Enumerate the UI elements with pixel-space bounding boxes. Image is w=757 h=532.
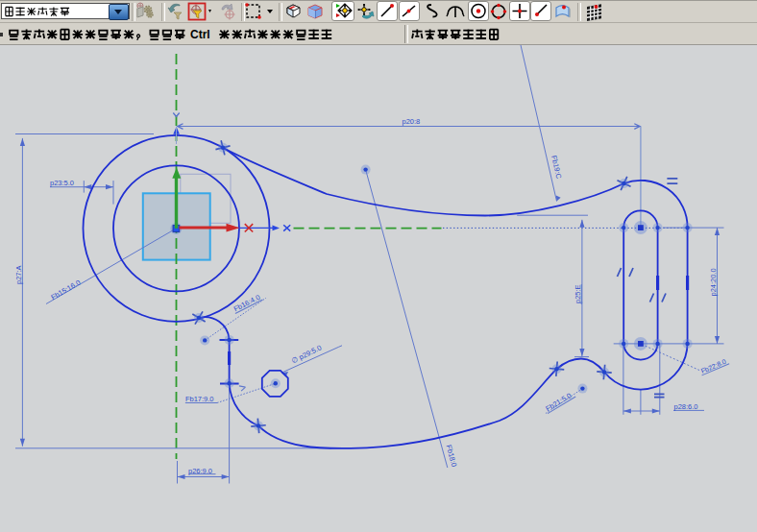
svg-text:p24:20.0: p24:20.0 — [709, 268, 718, 296]
svg-text:Fb17:9.0: Fb17:9.0 — [185, 395, 214, 403]
svg-text:p28:6.0: p28:6.0 — [674, 402, 698, 411]
svg-text:p26:9.0: p26:9.0 — [188, 467, 212, 475]
svg-text:Ctrl: Ctrl — [190, 28, 210, 41]
svg-text:p27:A: p27:A — [14, 265, 23, 284]
svg-text:p25:E: p25:E — [574, 284, 582, 303]
svg-text:p20:8: p20:8 — [403, 117, 421, 126]
svg-text:p23:5.0: p23:5.0 — [50, 179, 74, 187]
